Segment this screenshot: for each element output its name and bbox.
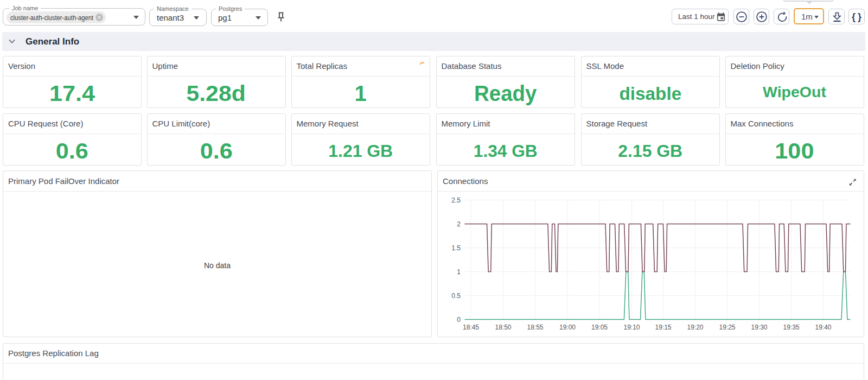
svg-text:19:10: 19:10	[623, 324, 640, 331]
svg-text:19:35: 19:35	[783, 324, 799, 331]
svg-text:0.5: 0.5	[451, 292, 461, 300]
svg-text:19:05: 19:05	[591, 324, 608, 331]
svg-text:0: 0	[457, 316, 461, 324]
svg-text:19:25: 19:25	[719, 324, 735, 331]
svg-text:19:30: 19:30	[751, 324, 767, 331]
svg-text:1: 1	[457, 268, 461, 276]
svg-text:18:55: 18:55	[527, 324, 543, 331]
svg-text:19:00: 19:00	[559, 324, 576, 331]
svg-text:2.5: 2.5	[451, 197, 461, 204]
svg-text:19:40: 19:40	[815, 324, 831, 331]
svg-text:19:15: 19:15	[655, 324, 671, 331]
svg-text:1.5: 1.5	[451, 244, 461, 252]
svg-text:18:50: 18:50	[495, 324, 511, 331]
svg-text:2: 2	[457, 220, 461, 228]
svg-text:19:20: 19:20	[687, 324, 703, 331]
svg-text:18:45: 18:45	[463, 324, 479, 331]
